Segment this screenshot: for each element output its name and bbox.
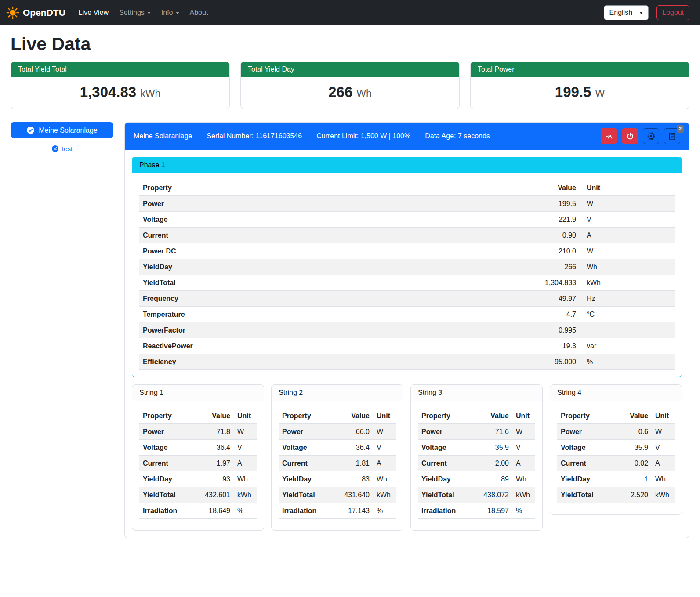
table-row: Power DC210.0W: [139, 243, 675, 259]
value-cell: 89: [473, 471, 512, 487]
inverter-panel: Meine Solaranlage Serial Number: 1161716…: [124, 122, 689, 538]
value-cell: 71.6: [473, 424, 512, 440]
unit-cell: %: [580, 354, 675, 370]
table-row: Voltage36.4V: [139, 440, 257, 456]
unit-cell: Wh: [373, 471, 396, 487]
sidebar-item-meine-solaranlage[interactable]: Meine Solaranlage: [11, 122, 113, 138]
check-circle-icon: [26, 126, 35, 134]
chevron-down-icon: [147, 12, 151, 14]
value-cell: 266: [514, 259, 580, 275]
property-cell: Power: [557, 424, 612, 440]
nav-info-label: Info: [161, 9, 173, 17]
brand[interactable]: OpenDTU: [6, 6, 65, 19]
property-cell: Irradiation: [418, 503, 473, 519]
total-power-card: Total Power 199.5W: [470, 62, 689, 109]
inverter-sidebar: Meine Solaranlage test: [11, 122, 113, 152]
inverter-name: Meine Solaranlage: [134, 132, 192, 140]
table-row: Irradiation18.597%: [418, 503, 535, 519]
unit-cell: A: [373, 456, 396, 471]
table-row: YieldTotal432.601kWh: [139, 487, 257, 503]
total-yield-total-unit: kWh: [140, 88, 160, 99]
property-cell: PowerFactor: [139, 322, 514, 338]
limit-gauge-button[interactable]: [601, 128, 617, 144]
phase-card: Phase 1 PropertyValueUnitPower199.5WVolt…: [132, 157, 682, 377]
data-table: PropertyValueUnitPower0.6WVoltage35.9VCu…: [557, 408, 675, 503]
property-cell: Irradiation: [279, 503, 334, 519]
card-title: Total Yield Day: [241, 62, 459, 77]
inverter-serial: Serial Number: 116171603546: [207, 132, 302, 140]
property-cell: Power: [139, 196, 514, 212]
column-header: Unit: [373, 408, 396, 424]
column-header: Property: [279, 408, 334, 424]
property-cell: YieldTotal: [279, 487, 334, 503]
unit-cell: %: [512, 503, 535, 519]
unit-cell: A: [234, 456, 257, 471]
table-row: Current1.97A: [139, 456, 257, 471]
inverter-actions: 2: [601, 128, 680, 144]
nav-settings[interactable]: Settings: [116, 5, 154, 20]
phase-table-host: PropertyValueUnitPower199.5WVoltage221.9…: [132, 173, 682, 377]
column-header: Value: [334, 408, 373, 424]
table-row: Current1.81A: [279, 456, 396, 471]
value-cell: 1.97: [194, 456, 234, 471]
data-table: PropertyValueUnitPower199.5WVoltage221.9…: [139, 180, 675, 370]
language-select[interactable]: English: [604, 5, 649, 20]
language-value: English: [609, 9, 632, 17]
nav-live-view[interactable]: Live View: [75, 5, 112, 20]
property-cell: YieldTotal: [139, 487, 194, 503]
string-card-body: PropertyValueUnitPower71.8WVoltage36.4VC…: [132, 401, 264, 530]
value-cell: 221.9: [514, 212, 580, 228]
value-cell: 66.0: [334, 424, 373, 440]
event-log-button[interactable]: 2: [664, 128, 680, 144]
value-cell: 2.520: [612, 487, 652, 503]
column-header: Unit: [512, 408, 535, 424]
unit-cell: kWh: [373, 487, 396, 503]
property-cell: YieldDay: [418, 471, 473, 487]
value-cell: 0.90: [514, 228, 580, 243]
sidebar-item-label: Meine Solaranlage: [39, 127, 97, 134]
summary-row: Total Yield Total 1,304.83kWh Total Yiel…: [11, 62, 689, 109]
property-cell: Current: [418, 456, 473, 471]
unit-cell: W: [512, 424, 535, 440]
property-cell: YieldDay: [557, 471, 612, 487]
table-header-row: PropertyValueUnit: [139, 180, 675, 196]
value-cell: 71.8: [194, 424, 234, 440]
property-cell: Voltage: [279, 440, 334, 456]
chevron-down-icon: [639, 12, 643, 14]
device-info-button[interactable]: [643, 128, 659, 144]
property-cell: Voltage: [139, 212, 514, 228]
property-cell: Voltage: [418, 440, 473, 456]
data-table: PropertyValueUnitPower71.8WVoltage36.4VC…: [139, 408, 257, 519]
column-header: Property: [418, 408, 473, 424]
sidebar-item-test[interactable]: test: [11, 145, 113, 152]
string-card: String 1PropertyValueUnitPower71.8WVolta…: [132, 384, 264, 531]
unit-cell: [580, 322, 675, 338]
property-cell: YieldTotal: [557, 487, 612, 503]
table-header-row: PropertyValueUnit: [279, 408, 396, 424]
logout-button[interactable]: Logout: [656, 5, 689, 20]
table-row: Temperature4.7°C: [139, 307, 675, 322]
table-row: Voltage35.9V: [418, 440, 535, 456]
string-card-body: PropertyValueUnitPower66.0WVoltage36.4VC…: [272, 401, 403, 530]
nav-about[interactable]: About: [186, 5, 212, 20]
value-cell: 0.02: [612, 456, 652, 471]
power-button[interactable]: [622, 128, 638, 144]
column-header: Value: [473, 408, 512, 424]
value-cell: 210.0: [514, 243, 580, 259]
table-row: YieldTotal1,304.833kWh: [139, 275, 675, 291]
table-row: YieldDay1Wh: [557, 471, 675, 487]
property-cell: ReactivePower: [139, 338, 514, 354]
total-power-value: 199.5: [555, 84, 591, 100]
table-row: ReactivePower19.3var: [139, 338, 675, 354]
value-cell: 18.597: [473, 503, 512, 519]
table-row: PowerFactor0.995: [139, 322, 675, 338]
string-card-title: String 2: [272, 385, 403, 401]
table-row: Power71.6W: [418, 424, 535, 440]
value-cell: 1,304.833: [514, 275, 580, 291]
nav-info[interactable]: Info: [158, 5, 183, 20]
table-row: YieldDay266Wh: [139, 259, 675, 275]
nav-about-label: About: [190, 9, 208, 17]
value-cell: 1.81: [334, 456, 373, 471]
card-title: Total Yield Total: [11, 62, 229, 77]
value-cell: 431.640: [334, 487, 373, 503]
